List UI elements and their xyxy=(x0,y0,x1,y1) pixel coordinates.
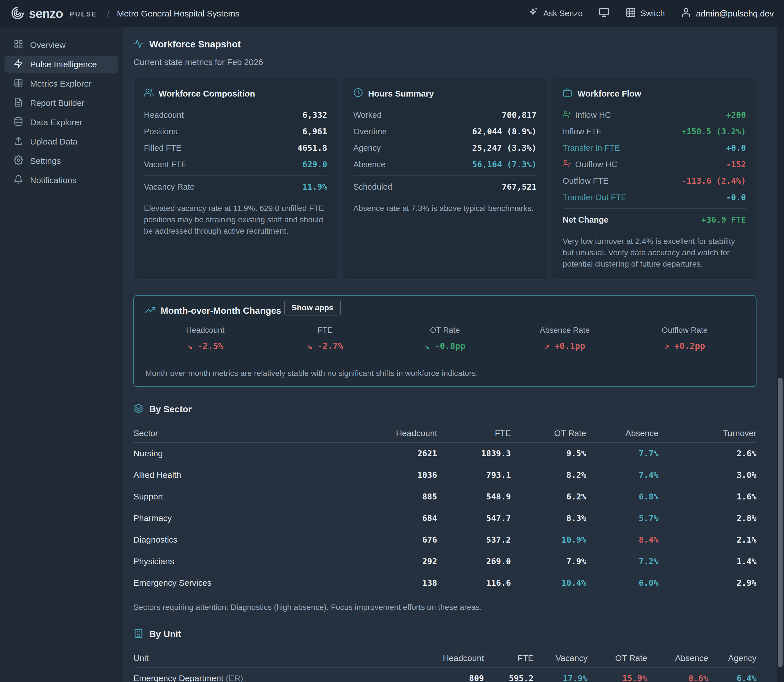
mom-metric: Absence Rate↗ +0.1pp xyxy=(505,326,625,351)
switch-label: Switch xyxy=(641,9,665,18)
metric-value: 767,521 xyxy=(502,182,536,192)
dashboard-grid-icon xyxy=(14,40,23,51)
gear-icon xyxy=(14,155,23,167)
metric-label: Headcount xyxy=(144,110,184,120)
sidebar-item-upload-data[interactable]: Upload Data xyxy=(5,134,118,150)
page-subtitle: Current state metrics for Feb 2026 xyxy=(134,57,757,67)
mom-metric: OT Rate↘ -0.8pp xyxy=(385,326,505,351)
metric-value: 6,961 xyxy=(302,127,327,136)
divider xyxy=(353,198,537,198)
sector-note: Sectors requiring attention: Diagnostics… xyxy=(134,603,757,612)
sidebar-item-report-builder[interactable]: Report Builder xyxy=(5,95,118,111)
activity-icon xyxy=(134,38,144,50)
table-row: Emergency Department (ER) 809 595.2 17.9… xyxy=(134,668,757,682)
mom-title: Month-over-Month Changes xyxy=(161,306,281,316)
sidebar-item-overview[interactable]: Overview xyxy=(5,37,118,53)
metric-label: Inflow FTE xyxy=(563,127,602,136)
metric-value: 629.0 xyxy=(302,159,327,169)
card-note: Elevated vacancy rate at 11.9%. 629.0 un… xyxy=(144,203,327,237)
metric-value: -152 xyxy=(726,159,746,169)
scrollbar-thumb[interactable] xyxy=(778,378,782,667)
hours-summary-card: Hours Summary Worked700,817 Overtime62,0… xyxy=(343,78,547,280)
sidebar-item-pulse-intelligence[interactable]: Pulse Intelligence xyxy=(5,56,118,73)
by-unit-section: By Unit Unit Headcount FTE Vacancy OT Ra… xyxy=(134,628,757,682)
table-row: Emergency Services 138 116.6 10.4% 6.0% … xyxy=(134,572,757,594)
user-icon xyxy=(681,7,692,20)
sidebar-item-label: Upload Data xyxy=(30,137,78,147)
metric-label: Positions xyxy=(144,127,177,136)
metric-label: Filled FTE xyxy=(144,143,181,153)
metric-label: Worked xyxy=(353,110,382,120)
sidebar-item-label: Settings xyxy=(30,156,61,166)
sidebar-item-settings[interactable]: Settings xyxy=(5,153,118,169)
metric-label: Transfer Out FTE xyxy=(563,193,627,202)
zap-icon xyxy=(14,59,23,70)
senzo-swirl-icon xyxy=(10,6,25,22)
database-icon xyxy=(14,117,23,128)
sector-table: Sector Headcount FTE OT Rate Absence Tur… xyxy=(134,424,757,594)
table-icon xyxy=(14,78,23,90)
metric-label: Net Change xyxy=(563,215,608,225)
mom-metric: Headcount↘ -2.5% xyxy=(145,326,265,351)
brand-logo[interactable]: senzo PULSE xyxy=(10,6,97,22)
ask-senzo-button[interactable]: Ask Senzo xyxy=(528,7,583,20)
brand-name: senzo xyxy=(29,6,63,21)
sidebar-item-metrics-explorer[interactable]: Metrics Explorer xyxy=(5,75,118,92)
card-title: Workforce Flow xyxy=(577,89,641,99)
display-button[interactable] xyxy=(599,7,609,20)
users-icon xyxy=(144,88,154,99)
metric-value: +200 xyxy=(726,110,746,120)
metric-label: Scheduled xyxy=(353,182,392,192)
sidebar-item-label: Report Builder xyxy=(30,98,84,108)
unit-table: Unit Headcount FTE Vacancy OT Rate Absen… xyxy=(134,649,757,682)
brand-suffix: PULSE xyxy=(70,11,97,18)
scrollbar-track[interactable] xyxy=(777,27,784,682)
mom-note: Month-over-month metrics are relatively … xyxy=(145,369,744,378)
table-row: Physicians 292 269.0 7.9% 7.2% 1.4% xyxy=(134,551,757,572)
metric-value: 700,817 xyxy=(502,110,536,120)
file-text-icon xyxy=(14,97,23,109)
user-email: admin@pulsehq.dev xyxy=(696,9,774,18)
sidebar-item-label: Overview xyxy=(30,40,65,50)
table-row: Nursing 2621 1839.3 9.5% 7.7% 2.6% xyxy=(134,443,757,464)
metric-label: Overtime xyxy=(353,127,387,136)
breadcrumb: Metro General Hospital Systems xyxy=(117,9,240,18)
metric-value: 11.9% xyxy=(302,182,327,192)
metric-value: 25,247 (3.3%) xyxy=(472,143,536,153)
divider xyxy=(144,198,327,198)
mom-metric: FTE↘ -2.7% xyxy=(265,326,385,351)
clock-icon xyxy=(353,88,363,99)
sidebar-nav: Overview Pulse Intelligence Metrics Expl… xyxy=(0,27,123,682)
briefcase-icon xyxy=(563,88,572,99)
table-header-row: Unit Headcount FTE Vacancy OT Rate Absen… xyxy=(134,649,757,668)
metric-label: Outflow HC xyxy=(563,159,617,170)
table-row: Pharmacy 684 547.7 8.3% 5.7% 2.8% xyxy=(134,507,757,529)
bell-icon xyxy=(14,175,23,186)
switch-button[interactable]: Switch xyxy=(625,7,665,20)
sidebar-item-label: Data Explorer xyxy=(30,118,82,127)
metric-value: 56,164 (7.3%) xyxy=(472,159,536,169)
user-account-button[interactable]: admin@pulsehq.dev xyxy=(681,7,774,20)
metric-value: 62,044 (8.9%) xyxy=(472,127,536,136)
metric-value: +36.9 FTE xyxy=(701,215,746,225)
card-note: Absence rate at 7.3% is above typical be… xyxy=(353,203,537,214)
monitor-icon xyxy=(599,7,609,20)
table-header-row: Sector Headcount FTE OT Rate Absence Tur… xyxy=(134,424,757,443)
sidebar-item-data-explorer[interactable]: Data Explorer xyxy=(5,114,118,131)
workforce-flow-card: Workforce Flow Inflow HC +200 Inflow FTE… xyxy=(552,78,757,280)
card-note: Very low turnover at 2.4% is excellent f… xyxy=(563,236,746,270)
grid-3x3-icon xyxy=(625,7,636,20)
metric-value: +150.5 (3.2%) xyxy=(682,127,746,136)
page-title: Workforce Snapshot xyxy=(149,39,241,50)
trending-up-icon xyxy=(145,305,155,316)
by-unit-title: By Unit xyxy=(149,629,181,639)
workforce-snapshot-header: Workforce Snapshot xyxy=(134,38,757,50)
main-content: Workforce Snapshot Current state metrics… xyxy=(123,27,777,682)
sparkles-icon xyxy=(528,7,539,20)
show-apps-button[interactable]: Show apps xyxy=(285,300,340,316)
sidebar-item-notifications[interactable]: Notifications xyxy=(5,172,118,188)
user-minus-icon xyxy=(563,159,571,170)
table-row: Support 885 548.9 6.2% 6.8% 1.6% xyxy=(134,486,757,507)
breadcrumb-separator: / xyxy=(107,8,109,19)
metric-value: -113.6 (2.4%) xyxy=(682,176,746,186)
